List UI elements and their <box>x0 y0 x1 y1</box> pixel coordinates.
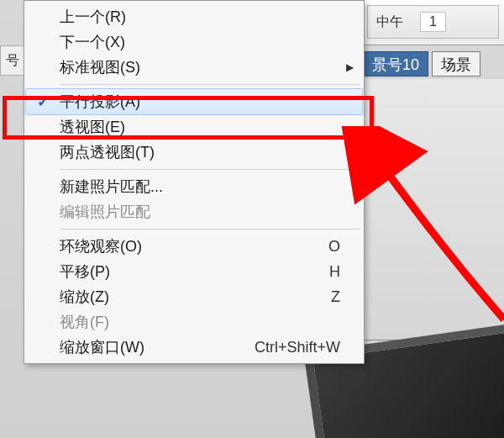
menu-item-parallel-projection[interactable]: ✓ 平行投影(A) <box>25 88 363 115</box>
context-menu: 上一个(R) 下一个(X) 标准视图(S) ▶ ✓ 平行投影(A) 透视图(E)… <box>24 0 365 364</box>
left-fragment: 号 <box>0 45 25 76</box>
menu-label: 平行投影(A) <box>60 92 355 112</box>
menu-item-new-photo-match[interactable]: 新建照片匹配... <box>26 174 362 199</box>
menu-item-fov: 视角(F) <box>26 309 362 335</box>
menu-item-two-point-perspective[interactable]: 两点透视图(T) <box>26 140 362 165</box>
menu-shortcut: Ctrl+Shift+W <box>255 339 355 356</box>
menu-label: 新建照片匹配... <box>60 177 355 197</box>
menu-separator <box>60 84 360 85</box>
menu-item-prev[interactable]: 上一个(R) <box>26 4 362 29</box>
menu-separator <box>60 229 360 230</box>
model-viewport[interactable] <box>361 79 504 438</box>
menu-shortcut: O <box>328 238 355 256</box>
top-toolbar-fragment: 中午 1 <box>361 0 504 45</box>
time-panel: 中午 1 <box>367 5 499 39</box>
menu-item-edit-photo-match: 编辑照片匹配 <box>26 199 362 224</box>
menu-shortcut: Z <box>331 288 355 306</box>
menu-label: 标准视图(S) <box>60 57 355 77</box>
menu-item-perspective[interactable]: 透视图(E) <box>26 114 362 140</box>
menu-label: 透视图(E) <box>60 117 355 137</box>
noon-label: 中午 <box>376 13 403 31</box>
tab-scene-next[interactable]: 场景 <box>432 51 480 77</box>
menu-item-zoom[interactable]: 缩放(Z) Z <box>26 284 362 309</box>
menu-item-standard-views[interactable]: 标准视图(S) ▶ <box>26 55 362 80</box>
menu-label: 上一个(R) <box>60 7 355 27</box>
menu-label: 编辑照片匹配 <box>60 202 355 222</box>
check-icon: ✓ <box>37 92 50 111</box>
menu-label: 缩放窗口(W) <box>60 337 255 357</box>
menu-label: 视角(F) <box>60 312 355 332</box>
menu-label: 两点透视图(T) <box>60 142 355 162</box>
tab-scene-10[interactable]: 景号10 <box>363 51 428 77</box>
menu-label: 平移(P) <box>60 261 329 282</box>
menu-shortcut: H <box>329 263 355 281</box>
app-background: 中午 1 景号10 场景 号 上一个(R) 下一个(X) 标准视图(S) ▶ ✓… <box>0 0 504 438</box>
menu-item-zoom-window[interactable]: 缩放窗口(W) Ctrl+Shift+W <box>26 335 362 360</box>
scene-tabs-row: 景号10 场景 <box>361 49 504 79</box>
menu-label: 下一个(X) <box>60 32 355 52</box>
menu-item-next[interactable]: 下一个(X) <box>26 29 362 55</box>
menu-separator <box>60 169 360 170</box>
menu-item-pan[interactable]: 平移(P) H <box>26 259 362 284</box>
menu-item-orbit[interactable]: 环绕观察(O) O <box>26 234 362 259</box>
menu-label: 缩放(Z) <box>60 287 331 307</box>
time-value: 1 <box>420 12 446 32</box>
menu-label: 环绕观察(O) <box>60 236 328 256</box>
submenu-arrow-icon: ▶ <box>346 61 354 73</box>
